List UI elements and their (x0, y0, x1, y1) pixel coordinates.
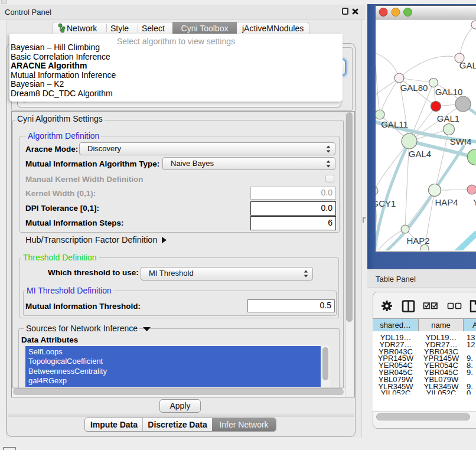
svg-text:YEL0: YEL0 (473, 197, 476, 207)
svg-text:HAP2: HAP2 (406, 236, 429, 246)
svg-text:SWI4: SWI4 (450, 136, 472, 146)
svg-text:HAP4: HAP4 (435, 197, 458, 207)
svg-text:GAL10: GAL10 (435, 87, 463, 97)
svg-text:GAL4: GAL4 (409, 149, 431, 159)
svg-text:GAL1: GAL1 (437, 113, 459, 123)
svg-text:GAL80: GAL80 (400, 83, 428, 93)
svg-text:GAL11: GAL11 (381, 119, 408, 129)
svg-text:GCY1: GCY1 (376, 198, 396, 208)
svg-text:GAL2: GAL2 (459, 60, 476, 70)
